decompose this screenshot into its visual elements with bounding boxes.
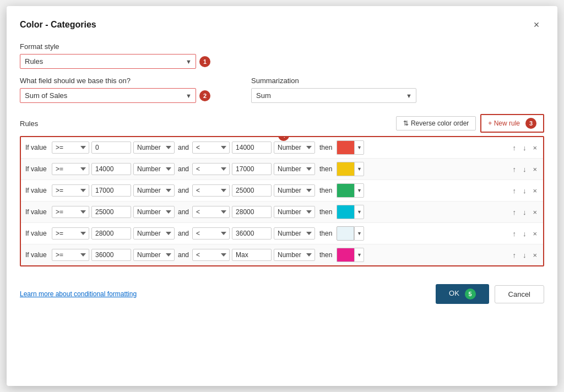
val2-input-1[interactable] [232, 141, 272, 154]
delete-5[interactable]: × [531, 229, 539, 238]
row-actions-6: ↑ ↓ × [511, 251, 539, 260]
type2-select-6[interactable]: NumberPercent [274, 249, 315, 261]
close-button[interactable]: × [529, 17, 544, 32]
val1-input-2[interactable] [91, 163, 131, 175]
summarization-column: Summarization Sum Average Count Min Max … [251, 77, 544, 103]
badge-3: 3 [525, 118, 536, 129]
color-swatch-6[interactable] [337, 248, 354, 262]
format-style-select[interactable]: Rules Gradient Color scale [20, 54, 196, 69]
and-label-5: and [177, 230, 190, 237]
field-row: Sum of Sales Count of Sales Average of S… [20, 88, 218, 103]
learn-more-link[interactable]: Learn more about conditional formatting [20, 290, 137, 298]
op1-select-4[interactable]: >=><=<= [52, 206, 89, 218]
format-style-label: Format style [20, 42, 544, 51]
ok-label: OK [449, 289, 459, 297]
type1-select-2[interactable]: NumberPercent [133, 163, 175, 175]
move-down-5[interactable]: ↓ [521, 229, 528, 238]
delete-2[interactable]: × [531, 165, 539, 174]
field-label: What field should we base this on? [20, 77, 218, 85]
delete-4[interactable]: × [531, 208, 539, 217]
val1-input-4[interactable] [91, 206, 131, 218]
val2-input-3[interactable] [232, 184, 272, 197]
move-up-2[interactable]: ↑ [511, 165, 518, 174]
color-chevron-6[interactable]: ▼ [354, 248, 364, 262]
color-chevron-5[interactable]: ▼ [354, 226, 364, 241]
rule-row: If value >=><=<= NumberPercent and <<=>=… [21, 202, 543, 223]
val1-input-5[interactable] [91, 227, 131, 239]
type2-select-2[interactable]: NumberPercent [274, 163, 315, 175]
color-swatch-4[interactable] [337, 205, 354, 219]
delete-1[interactable]: × [531, 143, 539, 153]
type1-select-5[interactable]: NumberPercent [133, 227, 175, 239]
val2-input-6[interactable] [232, 249, 272, 261]
ok-button[interactable]: OK 5 [436, 284, 489, 304]
op2-select-4[interactable]: <<=>=>= [192, 206, 230, 218]
op1-select-5[interactable]: >=><=<= [52, 227, 89, 239]
color-swatch-5[interactable] [337, 226, 354, 241]
move-down-6[interactable]: ↓ [521, 251, 528, 260]
op1-select-6[interactable]: >=><=<= [52, 249, 89, 261]
move-down-4[interactable]: ↓ [521, 208, 528, 217]
color-cell-3: ▼ [337, 183, 364, 198]
op2-select-6[interactable]: <<=>=>= [192, 249, 230, 261]
color-swatch-3[interactable] [337, 183, 354, 198]
delete-3[interactable]: × [531, 186, 539, 195]
val2-input-2[interactable] [232, 163, 272, 175]
field-select[interactable]: Sum of Sales Count of Sales Average of S… [20, 88, 196, 103]
new-rule-button[interactable]: + New rule 3 [480, 114, 544, 133]
if-value-label-3: If value [25, 187, 50, 194]
type1-select-1[interactable]: NumberPercent [133, 141, 175, 154]
summarization-select[interactable]: Sum Average Count Min Max [251, 88, 416, 103]
cancel-button[interactable]: Cancel [495, 285, 544, 303]
type2-select-1[interactable]: NumberPercent [274, 141, 315, 154]
type1-select-6[interactable]: NumberPercent [133, 249, 175, 261]
move-down-1[interactable]: ↓ [521, 143, 528, 153]
op1-select-1[interactable]: >=><=<= [52, 141, 89, 154]
move-up-4[interactable]: ↑ [511, 208, 518, 217]
color-chevron-1[interactable]: ▼ [354, 140, 364, 155]
op2-select-3[interactable]: <<=>=>= [192, 184, 230, 197]
op2-select-5[interactable]: <<=>=>= [192, 227, 230, 239]
color-swatch-2[interactable] [337, 162, 354, 176]
move-down-2[interactable]: ↓ [521, 165, 528, 174]
val2-input-5[interactable] [232, 227, 272, 239]
type1-select-4[interactable]: NumberPercent [133, 206, 175, 218]
val1-input-1[interactable] [91, 141, 131, 154]
move-up-3[interactable]: ↑ [511, 186, 518, 195]
color-cell-5: ▼ [337, 226, 364, 241]
color-chevron-3[interactable]: ▼ [354, 183, 364, 198]
type2-select-5[interactable]: NumberPercent [274, 227, 315, 239]
reverse-color-button[interactable]: ⇅ Reverse color order [396, 116, 476, 130]
move-down-3[interactable]: ↓ [521, 186, 528, 195]
then-label-1: then [317, 144, 334, 151]
row-actions-4: ↑ ↓ × [511, 208, 539, 217]
badge-5: 5 [465, 288, 476, 300]
if-value-label-4: If value [25, 208, 50, 216]
row-actions-1: ↑ ↓ × [511, 143, 539, 153]
color-chevron-4[interactable]: ▼ [354, 205, 364, 219]
field-column: What field should we base this on? Sum o… [20, 77, 218, 108]
summarization-label: Summarization [251, 77, 544, 85]
summarization-select-wrapper: Sum Average Count Min Max ▼ [251, 88, 416, 103]
val1-input-6[interactable] [91, 249, 131, 261]
op1-select-2[interactable]: >=><=<= [52, 163, 89, 175]
move-up-1[interactable]: ↑ [511, 143, 518, 153]
move-up-6[interactable]: ↑ [511, 251, 518, 260]
color-swatch-1[interactable] [337, 140, 354, 155]
op2-select-2[interactable]: <<=>=>= [192, 163, 230, 175]
color-cell-2: ▼ [337, 162, 364, 176]
then-label-5: then [317, 230, 334, 237]
color-chevron-2[interactable]: ▼ [354, 162, 364, 176]
and-label-4: and [177, 208, 190, 216]
op1-select-3[interactable]: >=><=<= [52, 184, 89, 197]
val2-input-4[interactable] [232, 206, 272, 218]
type2-select-4[interactable]: NumberPercent [274, 206, 315, 218]
footer-buttons: OK 5 Cancel [436, 284, 544, 304]
move-up-5[interactable]: ↑ [511, 229, 518, 238]
delete-6[interactable]: × [531, 251, 539, 260]
if-value-label-5: If value [25, 230, 50, 237]
type2-select-3[interactable]: NumberPercent [274, 184, 315, 197]
val1-input-3[interactable] [91, 184, 131, 197]
op2-select-1[interactable]: <<=>=>= [192, 141, 230, 154]
type1-select-3[interactable]: NumberPercent [133, 184, 175, 197]
